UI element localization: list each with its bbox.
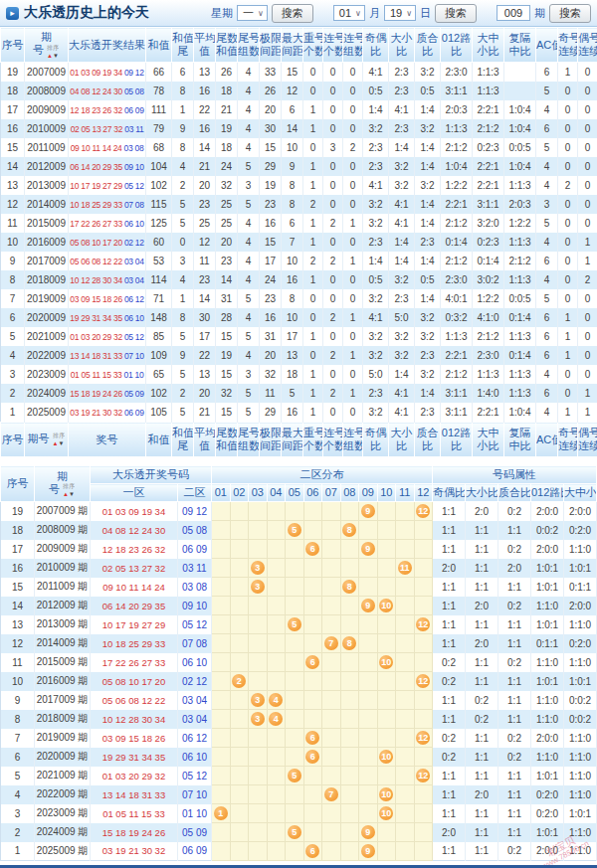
table-row: 62020009 期19 29 31 34 3506 106100:21:10:…: [1, 748, 597, 767]
stat-cell: 23: [194, 270, 216, 289]
dist-cell: [267, 559, 286, 578]
seq-cell: 16: [1, 119, 25, 138]
stat-cell: 19: [216, 119, 238, 138]
stat-cell: 15: [282, 63, 303, 83]
dist-cell: [322, 842, 341, 861]
stat-cell: 0: [558, 195, 578, 214]
ratio-cell: 1:1: [498, 634, 531, 653]
stat-cell: 1:1:3: [504, 327, 536, 346]
dist-cell: [322, 672, 341, 691]
stat-cell: 0: [343, 176, 363, 195]
zone1-numbers: 10 17 19 27 29: [91, 615, 178, 634]
stat-cell: 26: [216, 63, 238, 83]
dist-cell: 5: [286, 521, 304, 540]
zone2-numbers: 07 08: [178, 634, 212, 653]
period-cell: 2009009 期: [35, 540, 91, 559]
stat-cell: 2:1:2: [441, 365, 473, 384]
dist-cell: [359, 710, 378, 729]
stat-cell: 6: [536, 346, 558, 365]
period-cell: 2015009: [25, 214, 69, 233]
column-header: 012路比: [531, 484, 564, 502]
ratio-cell: 1:0:1: [564, 672, 597, 691]
ratio-cell: 0:2: [433, 729, 466, 748]
result-cell: 06 14 20 29 35 09 10: [69, 157, 146, 176]
dist-cell: [267, 615, 286, 634]
dist-cell: [359, 804, 378, 823]
group-header[interactable]: 期号排序▲▼: [35, 466, 91, 502]
dist-cell: [359, 672, 378, 691]
sort-arrows-icon: ▲▼: [62, 489, 76, 497]
dist-cell: [212, 823, 231, 842]
stat-cell: 13: [282, 346, 303, 365]
table-row: 11201500917 22 26 27 33 06 1012552525416…: [1, 214, 597, 233]
date-search-button[interactable]: 搜索: [435, 4, 477, 23]
dist-cell: [286, 842, 304, 861]
zone1-numbers: 01 03 09 19 34: [91, 502, 178, 521]
stat-cell: 5:0: [389, 308, 415, 327]
dist-cell: [322, 823, 341, 842]
ratio-cell: 2:0: [466, 502, 498, 521]
stat-cell: 0: [343, 233, 363, 252]
ratio-cell: 1:1: [433, 710, 466, 729]
front-numbers: 04 08 12 24 30: [70, 87, 122, 96]
ratio-cell: 1:1: [498, 615, 531, 634]
front-numbers: 15 18 19 24 26: [70, 389, 122, 399]
dist-cell: [249, 785, 268, 804]
ratio-cell: 0:2: [433, 653, 466, 672]
column-header[interactable]: 期号排序▲▼: [25, 28, 69, 63]
day-select[interactable]: 19∨: [384, 5, 416, 21]
stat-cell: 1:4: [389, 138, 415, 157]
dist-cell: 7: [322, 785, 341, 804]
stat-cell: 2: [578, 270, 597, 289]
seq-cell: 4: [1, 785, 35, 804]
table-row: 182008009 期04 08 12 24 3005 08581:11:11:…: [1, 521, 597, 540]
stat-cell: 0: [558, 233, 578, 252]
zone2-numbers: 05 12: [178, 767, 212, 785]
ratio-cell: 1:1: [466, 559, 498, 578]
sort-icon[interactable]: 排序▲▼: [46, 45, 60, 59]
stat-cell: 1: [303, 233, 323, 252]
dist-cell: [267, 540, 286, 559]
stat-cell: 0: [303, 63, 323, 83]
dist-cell: [396, 634, 415, 653]
week-select[interactable]: 一∨: [237, 5, 268, 21]
ratio-cell: 1:1:0: [564, 540, 597, 559]
back-numbers: 05 08: [124, 87, 144, 96]
stat-cell: 3:1:1: [441, 403, 473, 423]
zone2-numbers: 05 12: [178, 615, 212, 634]
stat-cell: 0: [343, 119, 363, 138]
ratio-cell: 1:1: [466, 653, 498, 672]
back-number-ball: 12: [416, 617, 430, 631]
sort-icon[interactable]: 排序▲▼: [52, 433, 66, 446]
ratio-cell: 0:0:2: [531, 521, 564, 540]
dist-cell: [286, 748, 304, 767]
zone1-numbers: 19 29 31 34 35: [91, 748, 178, 767]
column-header: 奇偶比: [363, 28, 389, 63]
stat-cell: 10: [282, 138, 303, 157]
stat-cell: 0: [558, 82, 578, 100]
chevron-down-icon: ∨: [355, 9, 361, 18]
column-header[interactable]: 期号排序▲▼: [25, 423, 69, 457]
dist-cell: [377, 767, 396, 785]
stat-cell: 4: [536, 157, 558, 176]
stat-cell: 0: [578, 138, 597, 157]
issue-search-button[interactable]: 搜索: [549, 4, 591, 23]
front-numbers: 01 03 09 19 34: [70, 68, 122, 78]
column-header: 和值尾: [172, 28, 194, 63]
ratio-cell: 0:2:0: [564, 634, 597, 653]
stat-cell: 10: [282, 252, 303, 270]
dist-cell: [396, 842, 415, 861]
stat-cell: 4:1: [389, 403, 415, 423]
stat-cell: 5: [172, 403, 194, 423]
dist-cell: [322, 502, 341, 521]
stat-cell: 24: [216, 157, 238, 176]
week-search-button[interactable]: 搜索: [272, 4, 313, 23]
front-numbers: 05 08 10 17 20: [70, 238, 122, 248]
result-cell: 12 18 23 26 32 06 09: [69, 100, 146, 119]
period-cell: 2010009: [25, 119, 69, 138]
issue-input[interactable]: [497, 5, 530, 21]
stat-cell: 1:1:3: [441, 119, 473, 138]
sort-icon[interactable]: 排序▲▼: [62, 483, 76, 497]
back-number-ball: 4: [269, 693, 283, 707]
month-select[interactable]: 01∨: [333, 5, 365, 21]
